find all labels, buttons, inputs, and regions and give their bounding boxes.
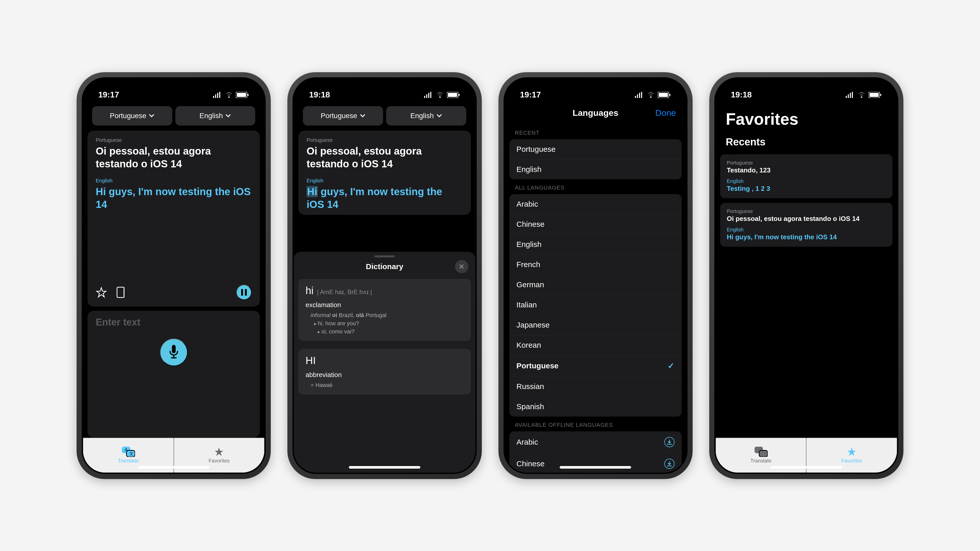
svg-rect-21 xyxy=(759,450,767,457)
list-item[interactable]: French xyxy=(509,254,682,275)
svg-rect-1 xyxy=(237,93,246,97)
home-indicator[interactable] xyxy=(349,466,420,468)
source-lang-button[interactable]: Portuguese xyxy=(303,106,383,125)
target-lang-button[interactable]: English xyxy=(175,106,256,125)
dict-entry-2: HI abbreviation = Hawaii xyxy=(298,349,471,395)
check-icon: ✓ xyxy=(668,361,675,371)
dictionary-button[interactable] xyxy=(116,287,126,298)
status-icons xyxy=(845,92,882,98)
favorite-button[interactable] xyxy=(96,287,107,298)
dictionary-sheet: Dictionary ✕ hi| AmE haɪ, BrE hʌɪ | excl… xyxy=(294,252,475,472)
sheet-title: Dictionary xyxy=(366,262,404,271)
svg-rect-12 xyxy=(448,93,457,97)
svg-rect-3 xyxy=(117,287,124,297)
sheet-close-button[interactable]: ✕ xyxy=(455,260,468,273)
source-text: Oi pessoal, estou agora testando o iOS 1… xyxy=(96,144,251,170)
input-placeholder: Enter text xyxy=(96,317,140,328)
target-lang-button[interactable]: English xyxy=(386,106,466,125)
phone-1: 19:17 Portuguese English Portuguese Oi p… xyxy=(76,72,271,479)
source-label: Portuguese xyxy=(96,137,251,143)
svg-rect-13 xyxy=(458,94,460,96)
svg-rect-19 xyxy=(880,94,881,96)
nav-title: Languages xyxy=(573,108,618,118)
list-item[interactable]: Chinese xyxy=(509,214,682,234)
list-item[interactable]: Arabic xyxy=(509,431,682,453)
list-item[interactable]: Portuguese xyxy=(509,139,682,159)
phone-3: 19:17 Languages Done RECENT PortugueseEn… xyxy=(498,72,693,479)
status-icons xyxy=(212,92,249,98)
status-time: 19:18 xyxy=(731,90,752,100)
svg-rect-18 xyxy=(870,93,879,97)
list-item[interactable]: Spanish xyxy=(509,397,682,416)
list-item[interactable]: Portuguese✓ xyxy=(509,355,682,376)
section-all: ALL LANGUAGES xyxy=(505,179,686,194)
target-text: Hi guys, I'm now testing the iOS 14 xyxy=(96,185,251,211)
home-indicator[interactable] xyxy=(770,466,842,468)
status-time: 19:17 xyxy=(98,90,119,100)
source-lang-button[interactable]: Portuguese xyxy=(92,106,172,125)
list-item[interactable]: Chinese xyxy=(509,453,682,473)
section-offline: AVAILABLE OFFLINE LANGUAGES xyxy=(505,416,686,431)
svg-text:A: A xyxy=(124,448,127,452)
svg-rect-5 xyxy=(245,289,247,295)
list-item[interactable]: Italian xyxy=(509,295,682,315)
list-item[interactable]: Korean xyxy=(509,335,682,355)
list-item[interactable]: English xyxy=(509,159,682,179)
list-item[interactable]: English xyxy=(509,234,682,254)
status-time: 19:18 xyxy=(309,90,330,100)
translation-card: Portuguese Oi pessoal, estou agora testa… xyxy=(298,130,471,215)
svg-rect-15 xyxy=(659,93,668,97)
pause-button[interactable] xyxy=(236,285,251,300)
list-item[interactable]: Japanese xyxy=(509,315,682,335)
phone-2: 19:18 Portuguese English Portuguese Oi p… xyxy=(287,72,482,479)
home-indicator[interactable] xyxy=(560,466,631,468)
phone-4: 19:18 Favorites Recents PortugueseTestan… xyxy=(709,72,904,479)
done-button[interactable]: Done xyxy=(655,108,676,118)
svg-rect-16 xyxy=(670,94,670,96)
status-time: 19:17 xyxy=(520,90,541,100)
mic-button[interactable] xyxy=(160,338,188,366)
svg-rect-6 xyxy=(172,345,176,353)
favorite-card[interactable]: PortugueseTestando, 123EnglishTesting , … xyxy=(720,154,892,198)
home-indicator[interactable] xyxy=(138,466,210,468)
status-icons xyxy=(423,92,460,98)
dict-entry-1: hi| AmE haɪ, BrE hʌɪ | exclamation infor… xyxy=(298,279,471,341)
list-item[interactable]: German xyxy=(509,275,682,295)
target-text-highlighted: Hi guys, I'm now testing the iOS 14 xyxy=(307,185,463,211)
input-card[interactable]: Enter text xyxy=(88,311,260,437)
list-item[interactable]: Arabic xyxy=(509,194,682,214)
svg-rect-4 xyxy=(241,289,243,295)
download-icon[interactable] xyxy=(664,459,675,469)
favorite-card[interactable]: PortugueseOi pessoal, estou agora testan… xyxy=(720,203,892,247)
section-recent: RECENT xyxy=(505,124,686,139)
list-item[interactable]: Russian xyxy=(509,376,682,397)
favorites-subtitle: Recents xyxy=(726,136,887,148)
sheet-handle[interactable] xyxy=(374,256,395,257)
translation-card: Portuguese Oi pessoal, estou agora testa… xyxy=(88,130,260,306)
favorites-title: Favorites xyxy=(726,110,887,129)
target-label: English xyxy=(96,178,251,184)
status-icons xyxy=(634,92,671,98)
svg-rect-2 xyxy=(248,94,248,96)
download-icon[interactable] xyxy=(664,437,675,447)
svg-text:文: 文 xyxy=(129,451,133,456)
